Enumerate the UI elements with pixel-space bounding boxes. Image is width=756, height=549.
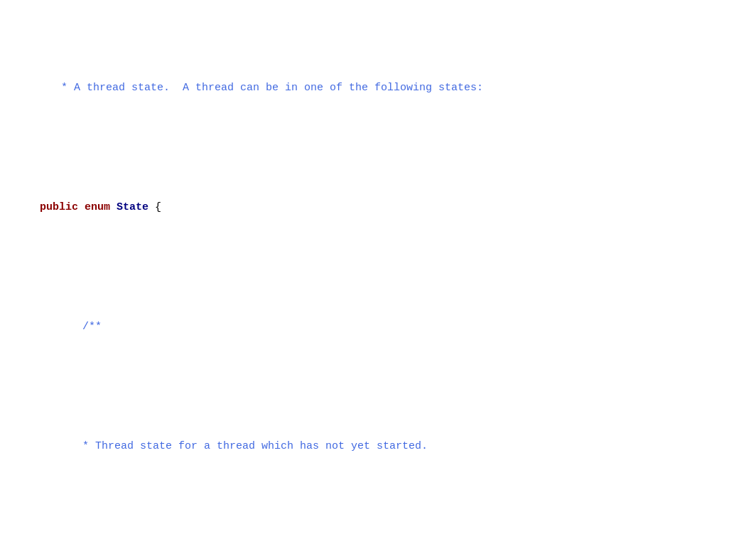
code-line-2: public enum State { [14,182,742,233]
comment-jsdoc-open: /** [82,321,102,333]
typename-state: State [117,201,148,213]
brace-open: { [148,201,161,213]
code-line-5: */ [14,540,742,549]
code-line-4: * Thread state for a thread which has no… [14,421,742,472]
code-line-3: /** [14,302,742,353]
code-container: * A thread state. A thread can be in one… [14,11,742,549]
comment-new-desc: * Thread state for a thread which has no… [82,440,428,452]
space [110,201,117,213]
space [78,201,85,213]
comment-text: * A thread state. A thread can be in one… [61,82,483,94]
keyword-public: public [40,201,78,213]
keyword-enum: enum [85,201,110,213]
code-line-1: * A thread state. A thread can be in one… [14,63,742,114]
